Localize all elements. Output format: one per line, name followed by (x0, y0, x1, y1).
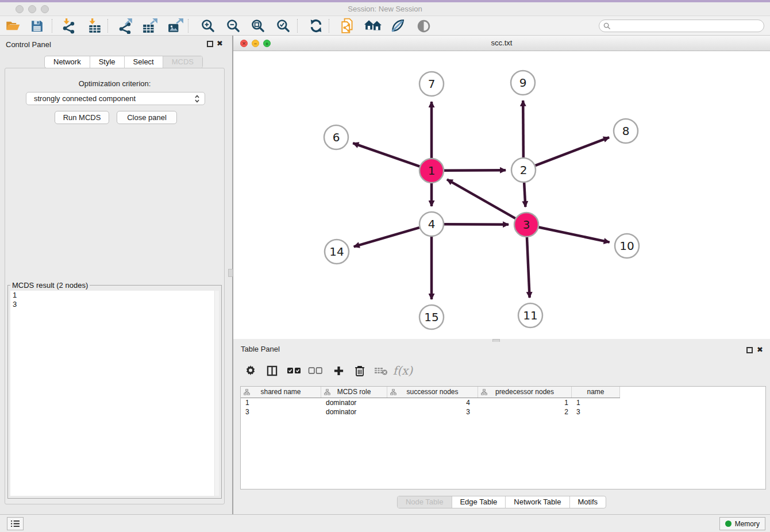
graph-node[interactable]: 1 (419, 159, 444, 183)
zoom-out-icon[interactable] (224, 18, 243, 34)
graph-edge[interactable] (524, 183, 525, 207)
network-minimize-button[interactable]: − (252, 40, 259, 47)
zoom-fit-icon[interactable] (248, 18, 268, 34)
clone-network-icon[interactable] (338, 18, 357, 34)
table-row[interactable]: 1 dominator 4 1 1 (241, 398, 765, 407)
tab-network-table[interactable]: Network Table (506, 496, 569, 508)
table-settings-gear-icon[interactable] (242, 363, 259, 379)
table-panel-tabs: Node Table Edge Table Network Table Moti… (397, 496, 606, 508)
cell-name[interactable]: 1 (572, 398, 620, 407)
close-panel-button[interactable]: Close panel (117, 111, 177, 124)
graph-node[interactable]: 14 (325, 240, 349, 264)
close-panel-icon[interactable]: ✖ (217, 39, 223, 48)
task-history-button[interactable] (7, 517, 24, 530)
minimize-window-button[interactable] (28, 5, 36, 13)
graph-node[interactable]: 4 (419, 212, 444, 236)
maximize-window-button[interactable] (41, 5, 49, 13)
network-canvas[interactable]: 7968124314101511 (233, 51, 770, 339)
tab-node-table[interactable]: Node Table (398, 496, 452, 508)
mcds-result-textarea[interactable]: 1 3 (10, 291, 219, 496)
graph-node[interactable]: 10 (615, 234, 639, 258)
column-view-icon[interactable] (263, 363, 280, 379)
export-network-icon[interactable] (116, 18, 135, 34)
graph-node[interactable]: 8 (614, 119, 638, 143)
refresh-icon[interactable] (306, 18, 326, 34)
cell-shared-name[interactable]: 1 (241, 398, 321, 407)
column-header-successor-nodes[interactable]: successor nodes (387, 387, 478, 398)
select-all-rows-icon[interactable] (286, 363, 303, 379)
graph-edge[interactable] (539, 228, 610, 242)
tab-select[interactable]: Select (125, 56, 163, 68)
graph-edge[interactable] (444, 170, 506, 171)
network-window-titlebar[interactable]: ✕ − ＋ scc.txt (233, 36, 770, 51)
graph-edge[interactable] (353, 143, 419, 167)
tree-icon (390, 389, 396, 395)
close-table-panel-icon[interactable]: ✖ (757, 345, 763, 354)
cell-successor-nodes[interactable]: 3 (387, 407, 478, 417)
graph-node[interactable]: 15 (419, 305, 444, 329)
tab-edge-table[interactable]: Edge Table (452, 496, 506, 508)
graph-edge[interactable] (536, 137, 609, 165)
result-scrollbar[interactable] (214, 291, 219, 496)
column-header-name[interactable]: name (572, 387, 620, 398)
graph-edge[interactable] (527, 237, 530, 298)
float-table-panel-icon[interactable] (746, 347, 753, 353)
tab-mcds[interactable]: MCDS (163, 56, 202, 68)
search-input[interactable] (613, 22, 764, 30)
column-header-predecessor-nodes[interactable]: predecessor nodes (478, 387, 572, 398)
graph-node[interactable]: 7 (419, 72, 444, 96)
criterion-select[interactable]: strongly connected component (26, 92, 205, 105)
cell-shared-name[interactable]: 3 (241, 407, 321, 417)
tab-style[interactable]: Style (90, 56, 125, 68)
network-graph[interactable]: 7968124314101511 (233, 51, 770, 339)
result-line: 1 (10, 291, 219, 300)
memory-button[interactable]: Memory (719, 517, 765, 530)
toolbar-separator (188, 19, 188, 33)
tab-network[interactable]: Network (45, 56, 90, 68)
graphics-details-icon[interactable] (388, 18, 407, 34)
open-session-icon[interactable] (3, 18, 22, 34)
export-table-icon[interactable] (140, 18, 160, 34)
export-image-icon[interactable] (165, 18, 185, 34)
cell-predecessor-nodes[interactable]: 2 (478, 407, 572, 417)
svg-text:10: 10 (619, 239, 634, 253)
graph-edge[interactable] (523, 101, 523, 157)
tab-motifs[interactable]: Motifs (569, 496, 606, 508)
cell-predecessor-nodes[interactable]: 1 (478, 398, 572, 407)
deselect-all-rows-icon[interactable] (307, 363, 324, 379)
import-network-icon[interactable] (59, 18, 79, 34)
application-window: Session: New Session (0, 0, 770, 532)
result-line: 3 (10, 300, 219, 309)
graph-edge[interactable] (354, 228, 419, 246)
float-panel-icon[interactable] (207, 41, 213, 47)
import-table-icon[interactable] (85, 18, 105, 34)
delete-column-trash-icon[interactable] (351, 363, 368, 379)
add-column-icon[interactable] (330, 363, 347, 379)
graph-node[interactable]: 6 (324, 125, 348, 149)
save-session-icon[interactable] (27, 18, 47, 34)
column-header-shared-name[interactable]: shared name (241, 387, 321, 398)
first-neighbors-icon[interactable] (363, 18, 383, 34)
cell-name[interactable]: 3 (572, 407, 620, 417)
close-window-button[interactable] (16, 5, 24, 13)
search-field[interactable] (599, 20, 764, 32)
column-header-mcds-role[interactable]: MCDS role (321, 387, 387, 398)
graph-edge[interactable] (444, 224, 509, 225)
network-close-button[interactable]: ✕ (240, 40, 248, 47)
graph-node[interactable]: 11 (518, 303, 542, 327)
network-maximize-button[interactable]: ＋ (263, 40, 271, 47)
graph-node[interactable]: 2 (511, 158, 536, 182)
table-row[interactable]: 3 dominator 3 2 3 (241, 407, 765, 417)
birds-eye-view-icon[interactable] (414, 18, 433, 34)
graph-node[interactable]: 9 (511, 71, 535, 95)
cell-mcds-role[interactable]: dominator (321, 407, 387, 417)
delete-table-icon[interactable] (372, 363, 390, 379)
zoom-selected-icon[interactable] (274, 18, 293, 34)
cell-successor-nodes[interactable]: 4 (387, 398, 478, 407)
graph-node[interactable]: 3 (514, 213, 538, 237)
zoom-in-icon[interactable] (198, 18, 218, 34)
graph-edge[interactable] (447, 179, 515, 218)
cell-mcds-role[interactable]: dominator (321, 398, 387, 407)
function-builder-icon[interactable]: f(x) (394, 363, 411, 379)
run-mcds-button[interactable]: Run MCDS (55, 111, 109, 124)
